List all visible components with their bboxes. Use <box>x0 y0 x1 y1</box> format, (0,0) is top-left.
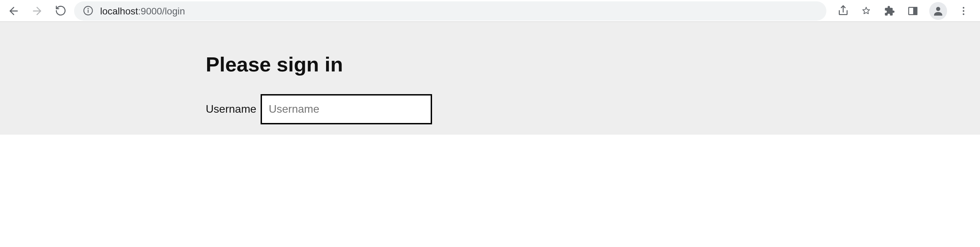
svg-marker-6 <box>863 7 870 14</box>
forward-icon[interactable] <box>30 4 44 18</box>
svg-point-12 <box>963 10 964 12</box>
page-title: Please sign in <box>206 53 432 76</box>
reload-icon[interactable] <box>54 4 67 18</box>
extensions-icon[interactable] <box>883 4 896 18</box>
username-input[interactable] <box>261 94 432 124</box>
site-info-icon[interactable] <box>82 5 93 16</box>
login-form: Please sign in Username Password Sign in <box>206 53 432 135</box>
address-bar[interactable]: localhost:9000/login <box>74 1 826 20</box>
url-text: localhost:9000/login <box>100 5 185 16</box>
profile-avatar-icon[interactable] <box>929 2 947 19</box>
share-icon[interactable] <box>836 4 850 18</box>
browser-toolbar: localhost:9000/login <box>0 0 980 22</box>
nav-button-group <box>5 4 68 18</box>
svg-point-10 <box>936 6 940 11</box>
username-label: Username <box>206 103 256 115</box>
bookmark-star-icon[interactable] <box>859 4 873 18</box>
page-content: Please sign in Username Password Sign in <box>0 22 980 135</box>
svg-point-11 <box>963 6 964 8</box>
kebab-menu-icon[interactable] <box>957 4 970 18</box>
back-icon[interactable] <box>7 4 21 18</box>
username-row: Username <box>206 94 432 124</box>
svg-rect-9 <box>914 7 917 14</box>
toolbar-right-group <box>832 2 975 19</box>
side-panel-icon[interactable] <box>906 4 920 18</box>
svg-point-4 <box>88 8 88 9</box>
svg-point-13 <box>963 13 964 15</box>
